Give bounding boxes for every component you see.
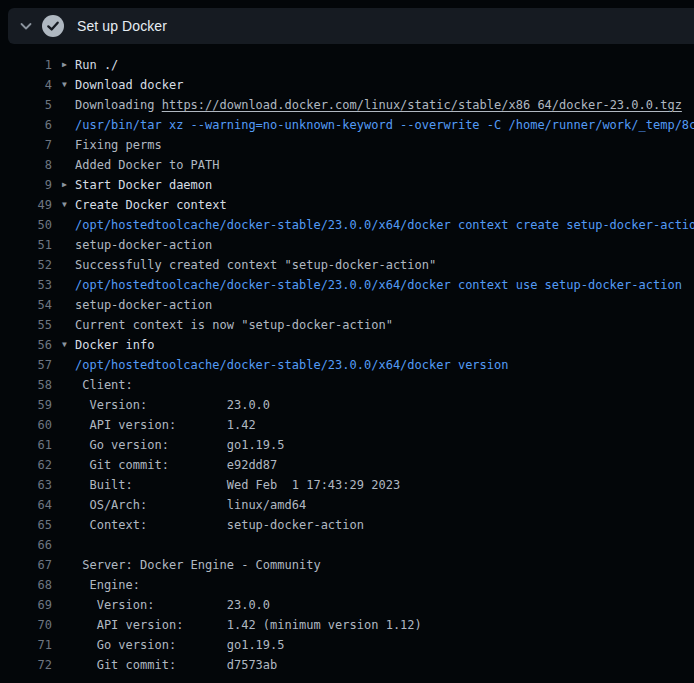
line-number[interactable]: 58 bbox=[8, 375, 52, 395]
log-text: Git commit: d7573ab bbox=[75, 655, 277, 675]
log-text: Go version: go1.19.5 bbox=[75, 435, 285, 455]
log-line: 62 Git commit: e92dd87 bbox=[0, 455, 694, 475]
log-text: OS/Arch: linux/amd64 bbox=[75, 495, 306, 515]
log-text: Context: setup-docker-action bbox=[75, 515, 364, 535]
log-text: Server: Docker Engine - Community bbox=[75, 555, 321, 575]
line-number[interactable]: 6 bbox=[8, 115, 52, 135]
line-number[interactable]: 68 bbox=[8, 575, 52, 595]
line-number[interactable]: 7 bbox=[8, 135, 52, 155]
log-line: 67 Server: Docker Engine - Community bbox=[0, 555, 694, 575]
group-title[interactable]: Run ./ bbox=[75, 55, 118, 75]
log-line: 51setup-docker-action bbox=[0, 235, 694, 255]
log-line: 57/opt/hostedtoolcache/docker-stable/23.… bbox=[0, 355, 694, 375]
log-output: 1▶Run ./4▼Download docker5Downloading ht… bbox=[0, 44, 694, 683]
log-text: Go version: go1.19.5 bbox=[75, 635, 285, 655]
line-number[interactable]: 51 bbox=[8, 235, 52, 255]
log-text: API version: 1.42 (minimum version 1.12) bbox=[75, 615, 422, 635]
log-line: 59 Version: 23.0.0 bbox=[0, 395, 694, 415]
line-number[interactable]: 4 bbox=[8, 75, 52, 95]
log-text: Built: Wed Feb 1 17:43:29 2023 bbox=[75, 475, 400, 495]
log-line: 55Current context is now "setup-docker-a… bbox=[0, 315, 694, 335]
group-title[interactable]: Docker info bbox=[75, 335, 154, 355]
line-number[interactable]: 1 bbox=[8, 55, 52, 75]
log-text: Downloading bbox=[75, 95, 162, 115]
group-title[interactable]: Download docker bbox=[75, 75, 183, 95]
line-number[interactable]: 8 bbox=[8, 155, 52, 175]
log-line: 72 Git commit: d7573ab bbox=[0, 655, 694, 675]
group-expanded-triangle-icon[interactable]: ▼ bbox=[52, 75, 75, 95]
group-collapsed-triangle-icon[interactable]: ▶ bbox=[52, 55, 75, 75]
log-text: /opt/hostedtoolcache/docker-stable/23.0.… bbox=[75, 215, 694, 235]
line-number[interactable]: 57 bbox=[8, 355, 52, 375]
log-text: Added Docker to PATH bbox=[75, 155, 220, 175]
chevron-down-icon[interactable] bbox=[18, 18, 34, 34]
line-number[interactable]: 65 bbox=[8, 515, 52, 535]
line-number[interactable]: 60 bbox=[8, 415, 52, 435]
step-header[interactable]: Set up Docker bbox=[8, 8, 694, 44]
log-line: 70 API version: 1.42 (minimum version 1.… bbox=[0, 615, 694, 635]
group-collapsed-triangle-icon[interactable]: ▶ bbox=[52, 175, 75, 195]
log-line: 58 Client: bbox=[0, 375, 694, 395]
line-number[interactable]: 66 bbox=[8, 535, 52, 555]
log-line: 4▼Download docker bbox=[0, 75, 694, 95]
line-number[interactable]: 52 bbox=[8, 255, 52, 275]
log-line: 56▼Docker info bbox=[0, 335, 694, 355]
log-line: 68 Engine: bbox=[0, 575, 694, 595]
group-title[interactable]: Create Docker context bbox=[75, 195, 227, 215]
log-text: Fixing perms bbox=[75, 135, 162, 155]
group-expanded-triangle-icon[interactable]: ▼ bbox=[52, 335, 75, 355]
line-number[interactable]: 9 bbox=[8, 175, 52, 195]
log-text: Version: 23.0.0 bbox=[75, 595, 270, 615]
line-number[interactable]: 50 bbox=[8, 215, 52, 235]
line-number[interactable]: 69 bbox=[8, 595, 52, 615]
log-line: 63 Built: Wed Feb 1 17:43:29 2023 bbox=[0, 475, 694, 495]
line-number[interactable]: 71 bbox=[8, 635, 52, 655]
line-number[interactable]: 55 bbox=[8, 315, 52, 335]
log-line: 61 Go version: go1.19.5 bbox=[0, 435, 694, 455]
log-line: 7Fixing perms bbox=[0, 135, 694, 155]
log-line: 49▼Create Docker context bbox=[0, 195, 694, 215]
log-text: /opt/hostedtoolcache/docker-stable/23.0.… bbox=[75, 275, 682, 295]
log-line: 52Successfully created context "setup-do… bbox=[0, 255, 694, 275]
log-line: 1▶Run ./ bbox=[0, 55, 694, 75]
line-number[interactable]: 70 bbox=[8, 615, 52, 635]
line-number[interactable]: 64 bbox=[8, 495, 52, 515]
log-text: Git commit: e92dd87 bbox=[75, 455, 277, 475]
step-title: Set up Docker bbox=[77, 18, 167, 34]
log-line: 5Downloading https://download.docker.com… bbox=[0, 95, 694, 115]
line-number[interactable]: 59 bbox=[8, 395, 52, 415]
log-text: /usr/bin/tar xz --warning=no-unknown-key… bbox=[75, 115, 694, 135]
log-line: 50/opt/hostedtoolcache/docker-stable/23.… bbox=[0, 215, 694, 235]
line-number[interactable]: 63 bbox=[8, 475, 52, 495]
log-line: 54setup-docker-action bbox=[0, 295, 694, 315]
log-text: Client: bbox=[75, 375, 133, 395]
log-text: setup-docker-action bbox=[75, 295, 212, 315]
log-line: 69 Version: 23.0.0 bbox=[0, 595, 694, 615]
line-number[interactable]: 72 bbox=[8, 655, 52, 675]
line-number[interactable]: 54 bbox=[8, 295, 52, 315]
line-number[interactable]: 56 bbox=[8, 335, 52, 355]
log-line: 65 Context: setup-docker-action bbox=[0, 515, 694, 535]
line-number[interactable]: 67 bbox=[8, 555, 52, 575]
log-line: 60 API version: 1.42 bbox=[0, 415, 694, 435]
log-text: Current context is now "setup-docker-act… bbox=[75, 315, 393, 335]
log-text: Engine: bbox=[75, 575, 140, 595]
check-circle-icon bbox=[42, 15, 64, 37]
log-text: /opt/hostedtoolcache/docker-stable/23.0.… bbox=[75, 355, 508, 375]
log-line: 64 OS/Arch: linux/amd64 bbox=[0, 495, 694, 515]
line-number[interactable]: 62 bbox=[8, 455, 52, 475]
line-number[interactable]: 61 bbox=[8, 435, 52, 455]
group-title[interactable]: Start Docker daemon bbox=[75, 175, 212, 195]
log-text: API version: 1.42 bbox=[75, 415, 256, 435]
log-text: setup-docker-action bbox=[75, 235, 212, 255]
line-number[interactable]: 49 bbox=[8, 195, 52, 215]
log-line: 53/opt/hostedtoolcache/docker-stable/23.… bbox=[0, 275, 694, 295]
group-expanded-triangle-icon[interactable]: ▼ bbox=[52, 195, 75, 215]
line-number[interactable]: 5 bbox=[8, 95, 52, 115]
log-line: 8Added Docker to PATH bbox=[0, 155, 694, 175]
line-number[interactable]: 53 bbox=[8, 275, 52, 295]
log-text: Version: 23.0.0 bbox=[75, 395, 270, 415]
log-text: Successfully created context "setup-dock… bbox=[75, 255, 436, 275]
log-line: 66 bbox=[0, 535, 694, 555]
log-link[interactable]: https://download.docker.com/linux/static… bbox=[162, 95, 682, 115]
